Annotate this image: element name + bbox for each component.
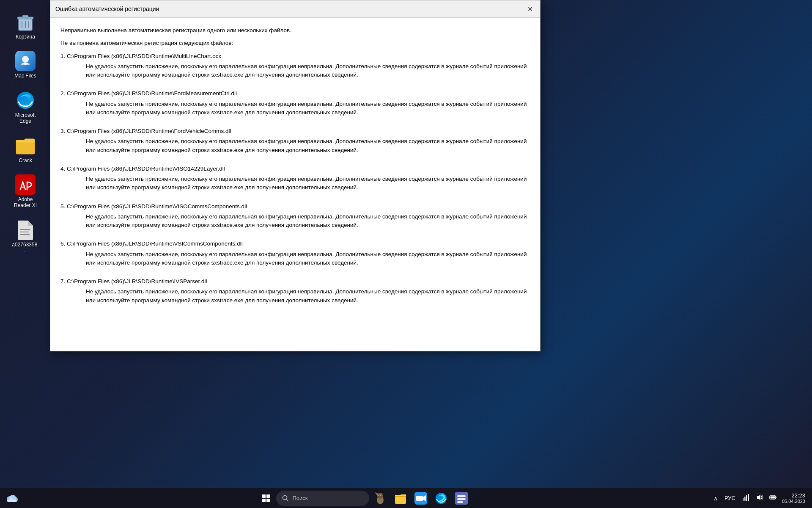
error-item: 6. C:\Program Files (x86)\JLR\SDD\Runtim… — [60, 240, 530, 267]
edge-icon — [15, 90, 36, 110]
error-item: 7. C:\Program Files (x86)\JLR\SDD\Runtim… — [60, 277, 530, 305]
stack-icon — [455, 492, 468, 505]
svg-rect-34 — [744, 497, 746, 501]
svg-rect-31 — [457, 498, 466, 500]
start-button[interactable] — [258, 490, 274, 507]
file-icon — [15, 220, 36, 240]
desktop-icon-recycle-bin[interactable]: Корзина — [8, 8, 42, 43]
taskbar-weather-icon[interactable] — [5, 491, 19, 505]
dialog-content: Неправильно выполнена автоматическая рег… — [50, 18, 540, 351]
tray-expand-icon[interactable]: ∧ — [712, 493, 719, 503]
svg-rect-27 — [416, 496, 423, 501]
svg-point-6 — [22, 56, 29, 63]
search-label: Поиск — [292, 495, 307, 501]
svg-rect-16 — [7, 500, 16, 502]
error-description: Не удалось запустить приложение, посколь… — [60, 213, 530, 230]
taskbar-left — [0, 491, 24, 505]
search-icon — [282, 495, 289, 502]
error-item: 4. C:\Program Files (x86)\JLR\SDD\Runtim… — [60, 165, 530, 192]
error-description: Не удалось запустить приложение, посколь… — [60, 62, 530, 80]
taskbar-app-edge[interactable] — [432, 489, 450, 508]
dialog-intro2: Не выполнена автоматическая регистрация … — [60, 39, 530, 47]
desktop-icon-file[interactable]: a02763358... — [8, 216, 42, 257]
adobe-reader-icon — [15, 174, 36, 195]
error-file-path: 3. C:\Program Files (x86)\JLR\SDD\Runtim… — [60, 127, 530, 135]
svg-rect-39 — [770, 497, 775, 499]
svg-point-21 — [379, 494, 380, 496]
desktop-icon-mac-files[interactable]: Mac Files — [8, 47, 42, 82]
error-description: Не удалось запустить приложение, посколь… — [60, 137, 530, 155]
dialog-titlebar: Ошибка автоматической регистрации ✕ — [50, 0, 540, 18]
language-indicator[interactable]: РУС — [722, 493, 738, 503]
taskbar-search-bar[interactable]: Поиск — [276, 491, 369, 506]
error-description: Не удалось запустить приложение, посколь… — [60, 100, 530, 117]
error-list: 1. C:\Program Files (x86)\JLR\SDD\Runtim… — [60, 52, 530, 305]
network-icon[interactable] — [741, 492, 752, 504]
error-item: 2. C:\Program Files (x86)\JLR\SDD\Runtim… — [60, 89, 530, 117]
recycle-bin-icon — [15, 12, 36, 32]
error-file-path: 5. C:\Program Files (x86)\JLR\SDD\Runtim… — [60, 202, 530, 211]
svg-rect-11 — [20, 232, 29, 232]
svg-point-23 — [379, 495, 380, 495]
edge-label: Microsoft Edge — [12, 112, 39, 124]
bird-app-icon — [373, 491, 387, 505]
error-item: 5. C:\Program Files (x86)\JLR\SDD\Runtim… — [60, 202, 530, 230]
error-description: Не удалось запустить приложение, посколь… — [60, 175, 530, 192]
clock-time: 22:23 — [782, 492, 805, 499]
svg-rect-33 — [743, 498, 744, 501]
svg-rect-32 — [457, 501, 463, 503]
svg-rect-9 — [15, 174, 36, 195]
svg-rect-35 — [746, 495, 747, 501]
tray-icons-group: ∧ РУС — [712, 492, 779, 504]
svg-line-18 — [287, 499, 288, 501]
svg-rect-10 — [20, 229, 30, 230]
desktop-icons-container: Корзина Mac Files — [8, 8, 42, 257]
windows-logo — [262, 494, 270, 502]
taskbar-clock[interactable]: 22:23 05.04.2023 — [782, 492, 805, 504]
taskbar-app-stack[interactable] — [452, 489, 471, 508]
error-description: Не удалось запустить приложение, посколь… — [60, 287, 530, 305]
taskbar-right: ∧ РУС — [705, 492, 812, 504]
adobe-reader-label: Adobe Reader XI — [12, 196, 39, 209]
mac-files-icon — [15, 51, 36, 71]
desktop-icon-crack[interactable]: Crack — [8, 132, 42, 167]
file-manager-icon — [394, 492, 407, 505]
dialog-intro1: Неправильно выполнена автоматическая рег… — [60, 26, 530, 35]
crack-label: Crack — [19, 157, 32, 163]
error-file-path: 6. C:\Program Files (x86)\JLR\SDD\Runtim… — [60, 240, 530, 248]
desktop-icon-adobe-reader[interactable]: Adobe Reader XI — [8, 171, 42, 212]
taskbar-app-zoom[interactable] — [411, 489, 430, 508]
desktop: Корзина Mac Files — [0, 0, 812, 508]
taskbar-edge-icon — [435, 492, 447, 505]
taskbar-app-bird[interactable] — [371, 489, 390, 508]
error-description: Не удалось запустить приложение, посколь… — [60, 250, 530, 268]
svg-rect-12 — [20, 234, 30, 235]
svg-point-24 — [381, 495, 381, 495]
battery-icon[interactable] — [768, 492, 779, 504]
taskbar-app-files[interactable] — [391, 489, 410, 508]
mac-files-label: Mac Files — [14, 73, 36, 79]
error-file-path: 7. C:\Program Files (x86)\JLR\SDD\Runtim… — [60, 277, 530, 286]
error-dialog: Ошибка автоматической регистрации ✕ Непр… — [50, 0, 540, 351]
desktop-icon-edge[interactable]: Microsoft Edge — [8, 87, 42, 128]
error-file-path: 4. C:\Program Files (x86)\JLR\SDD\Runtim… — [60, 165, 530, 173]
svg-point-22 — [381, 494, 382, 496]
dialog-close-button[interactable]: ✕ — [525, 4, 535, 14]
svg-rect-36 — [748, 494, 749, 501]
taskbar: Поиск — [0, 488, 812, 508]
clock-date: 05.04.2023 — [782, 499, 805, 504]
error-item: 3. C:\Program Files (x86)\JLR\SDD\Runtim… — [60, 127, 530, 155]
svg-rect-7 — [21, 64, 30, 65]
file-label: a02763358... — [12, 242, 39, 254]
volume-icon[interactable] — [754, 492, 765, 504]
svg-rect-38 — [776, 497, 776, 498]
zoom-icon — [414, 492, 427, 505]
dialog-title: Ошибка автоматической регистрации — [55, 6, 159, 12]
svg-rect-2 — [22, 15, 28, 18]
taskbar-center: Поиск — [24, 489, 705, 508]
error-item: 1. C:\Program Files (x86)\JLR\SDD\Runtim… — [60, 52, 530, 80]
crack-folder-icon — [15, 135, 36, 156]
error-file-path: 1. C:\Program Files (x86)\JLR\SDD\Runtim… — [60, 52, 530, 61]
recycle-bin-label: Корзина — [16, 34, 35, 40]
error-file-path: 2. C:\Program Files (x86)\JLR\SDD\Runtim… — [60, 89, 530, 98]
